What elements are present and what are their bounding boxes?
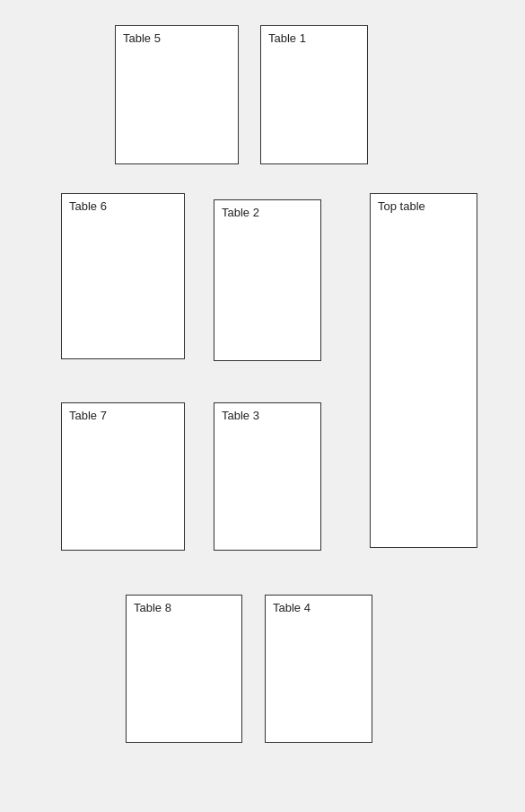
table-box-table1[interactable]: Table 1 [260, 25, 368, 164]
table-box-table6[interactable]: Table 6 [61, 193, 185, 359]
table-box-table5[interactable]: Table 5 [115, 25, 239, 164]
table-label-table4: Table 4 [273, 601, 311, 614]
table-label-top-table: Top table [378, 199, 425, 213]
table-label-table5: Table 5 [123, 31, 161, 45]
table-label-table6: Table 6 [69, 199, 107, 213]
table-label-table3: Table 3 [222, 409, 259, 422]
table-box-table7[interactable]: Table 7 [61, 402, 185, 551]
table-box-table8[interactable]: Table 8 [126, 595, 242, 743]
seating-layout: Table 5Table 1Table 6Table 2Top tableTab… [0, 0, 525, 812]
table-label-table2: Table 2 [222, 206, 259, 219]
table-box-table2[interactable]: Table 2 [214, 199, 321, 361]
table-box-top-table[interactable]: Top table [370, 193, 477, 548]
table-label-table8: Table 8 [134, 601, 171, 614]
table-box-table3[interactable]: Table 3 [214, 402, 321, 551]
table-label-table7: Table 7 [69, 409, 107, 422]
table-box-table4[interactable]: Table 4 [265, 595, 372, 743]
table-label-table1: Table 1 [268, 31, 306, 45]
